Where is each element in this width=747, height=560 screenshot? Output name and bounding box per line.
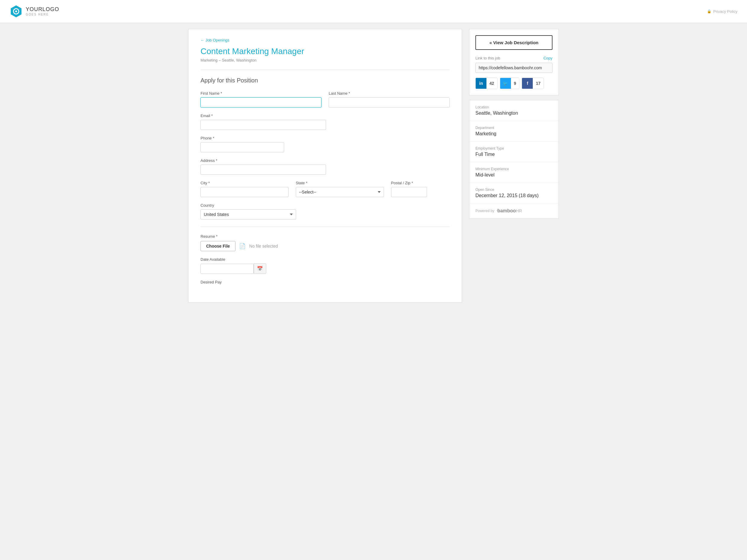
main-layout: Job Openings Content Marketing Manager M… bbox=[182, 23, 565, 309]
country-label: Country bbox=[201, 203, 296, 208]
job-card: « View Job Description Link to this job … bbox=[469, 29, 559, 95]
location-row: Location Seattle, Washington bbox=[469, 100, 559, 121]
logo-area: YOURLOGO GOES HERE bbox=[9, 5, 59, 18]
twitter-icon: 🐦 bbox=[500, 78, 511, 89]
min-exp-label: Minimum Experience bbox=[475, 167, 552, 171]
email-input[interactable] bbox=[201, 120, 326, 130]
logo-sub: GOES HERE bbox=[26, 13, 59, 17]
twitter-count: 9 bbox=[511, 78, 519, 89]
linkedin-count: 42 bbox=[486, 78, 497, 89]
logo-main: YOURLOGO bbox=[26, 6, 59, 13]
job-title: Content Marketing Manager bbox=[201, 47, 450, 56]
name-row: First Name * Last Name * bbox=[201, 91, 450, 108]
copy-button[interactable]: Copy bbox=[543, 56, 552, 60]
country-select[interactable]: United States bbox=[201, 209, 296, 219]
logo-text: YOURLOGO GOES HERE bbox=[26, 6, 59, 17]
header-right: 🔒 Privacy Policy bbox=[707, 9, 738, 14]
privacy-policy-link[interactable]: Privacy Policy bbox=[713, 9, 738, 14]
city-state-zip-row: City * State * --Select-- Postal / Zip * bbox=[201, 181, 450, 197]
department-row: Department Marketing bbox=[469, 121, 559, 141]
link-header: Link to this job Copy bbox=[475, 56, 552, 60]
resume-label: Resume * bbox=[201, 234, 450, 239]
link-section: Link to this job Copy bbox=[475, 56, 552, 73]
open-since-value: December 12, 2015 (18 days) bbox=[475, 193, 552, 198]
link-input[interactable] bbox=[475, 63, 552, 73]
facebook-icon: f bbox=[522, 78, 533, 89]
file-icon: 📄 bbox=[239, 243, 246, 249]
min-exp-value: Mid-level bbox=[475, 172, 552, 178]
location-value: Seattle, Washington bbox=[475, 110, 552, 116]
no-file-text: No file selected bbox=[249, 244, 278, 248]
desired-pay-label: Desired Pay bbox=[201, 280, 450, 284]
info-card: Location Seattle, Washington Department … bbox=[469, 100, 559, 219]
last-name-group: Last Name * bbox=[329, 91, 450, 108]
left-panel: Job Openings Content Marketing Manager M… bbox=[188, 29, 462, 302]
linkedin-icon: in bbox=[476, 78, 486, 89]
desired-pay-group: Desired Pay bbox=[201, 280, 450, 284]
header: YOURLOGO GOES HERE 🔒 Privacy Policy bbox=[0, 0, 747, 23]
city-input[interactable] bbox=[201, 187, 289, 197]
resume-section: Resume * Choose File 📄 No file selected bbox=[201, 234, 450, 251]
social-row: in 42 🐦 9 f 17 bbox=[475, 78, 552, 89]
department-label: Department bbox=[475, 126, 552, 130]
phone-label: Phone * bbox=[201, 136, 450, 140]
date-available-group: Date Available 📅 bbox=[201, 257, 450, 274]
address-label: Address * bbox=[201, 158, 450, 163]
employment-type-label: Employment Type bbox=[475, 146, 552, 151]
job-openings-link[interactable]: Job Openings bbox=[201, 38, 230, 43]
email-label: Email * bbox=[201, 113, 450, 118]
powered-by-text: Powered by bbox=[475, 209, 494, 213]
facebook-count: 17 bbox=[533, 78, 543, 89]
date-row: 📅 bbox=[201, 263, 266, 274]
section-title: Apply for this Position bbox=[201, 77, 450, 84]
linkedin-button[interactable]: in 42 bbox=[475, 78, 497, 89]
zip-input[interactable] bbox=[391, 187, 427, 197]
first-name-input[interactable] bbox=[201, 97, 321, 108]
last-name-input[interactable] bbox=[329, 97, 450, 108]
country-group: Country United States bbox=[201, 203, 296, 219]
calendar-button[interactable]: 📅 bbox=[254, 263, 266, 274]
address-input[interactable] bbox=[201, 165, 326, 175]
open-since-label: Open Since bbox=[475, 188, 552, 192]
phone-input[interactable] bbox=[201, 142, 284, 152]
last-name-label: Last Name * bbox=[329, 91, 450, 96]
zip-group: Postal / Zip * bbox=[391, 181, 450, 197]
employment-type-value: Full Time bbox=[475, 152, 552, 157]
first-name-group: First Name * bbox=[201, 91, 321, 108]
email-group: Email * bbox=[201, 113, 450, 130]
file-row: Choose File 📄 No file selected bbox=[201, 241, 450, 251]
open-since-row: Open Since December 12, 2015 (18 days) bbox=[469, 183, 559, 204]
choose-file-button[interactable]: Choose File bbox=[201, 241, 235, 251]
state-label: State * bbox=[296, 181, 384, 185]
phone-group: Phone * bbox=[201, 136, 450, 152]
location-label: Location bbox=[475, 105, 552, 109]
job-subtitle: Marketing – Seattle, Washington bbox=[201, 58, 450, 62]
zip-label: Postal / Zip * bbox=[391, 181, 450, 185]
first-name-label: First Name * bbox=[201, 91, 321, 96]
employment-type-row: Employment Type Full Time bbox=[469, 141, 559, 162]
lock-icon: 🔒 bbox=[707, 9, 712, 14]
city-group: City * bbox=[201, 181, 289, 197]
state-group: State * --Select-- bbox=[296, 181, 384, 197]
right-panel: « View Job Description Link to this job … bbox=[469, 29, 559, 219]
city-label: City * bbox=[201, 181, 289, 185]
view-job-button[interactable]: « View Job Description bbox=[475, 35, 552, 50]
powered-by-row: Powered by ˢbambooHR bbox=[469, 204, 559, 218]
twitter-button[interactable]: 🐦 9 bbox=[500, 78, 520, 89]
state-select[interactable]: --Select-- bbox=[296, 187, 384, 197]
title-divider bbox=[201, 70, 450, 70]
facebook-button[interactable]: f 17 bbox=[522, 78, 544, 89]
department-value: Marketing bbox=[475, 131, 552, 136]
breadcrumb[interactable]: Job Openings bbox=[201, 37, 450, 43]
address-group: Address * bbox=[201, 158, 450, 175]
date-available-label: Date Available bbox=[201, 257, 450, 262]
date-input[interactable] bbox=[201, 264, 254, 274]
bamboohr-logo: ˢbambooHR bbox=[496, 208, 522, 214]
logo-icon bbox=[9, 5, 23, 18]
svg-point-2 bbox=[15, 10, 17, 12]
min-exp-row: Minimum Experience Mid-level bbox=[469, 162, 559, 183]
link-label: Link to this job bbox=[475, 56, 500, 60]
